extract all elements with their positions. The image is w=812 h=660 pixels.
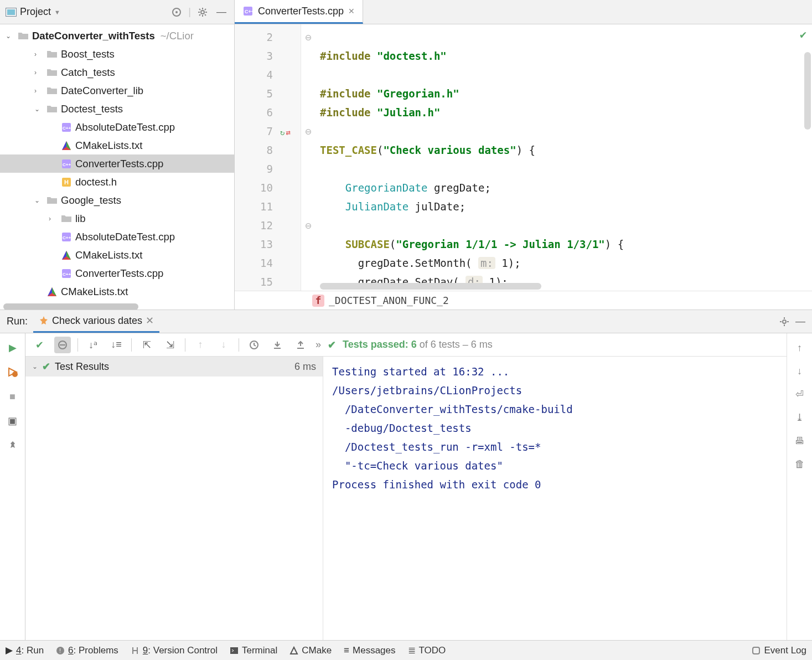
cpp-icon: C++ — [60, 268, 73, 279]
editor-horizontal-scrollbar[interactable] — [320, 283, 541, 290]
tree-item-label: DateConverter_lib — [61, 85, 143, 97]
scroll-up-button[interactable]: ↑ — [792, 340, 808, 355]
pin-button[interactable] — [5, 437, 20, 453]
folder-icon — [60, 213, 73, 224]
tree-item[interactable]: ›lib — [0, 209, 234, 228]
svg-text:C++: C++ — [63, 162, 71, 167]
svg-rect-23 — [230, 647, 238, 654]
rerun-button[interactable]: ▶ — [5, 340, 20, 355]
tree-item[interactable]: ›DateConverter_lib — [0, 81, 234, 100]
stop-button[interactable]: ■ — [5, 389, 20, 404]
chevron-down-icon[interactable]: ⌄ — [32, 363, 38, 370]
rerun-failed-button[interactable] — [5, 364, 20, 380]
run-config-tab[interactable]: Check various dates ✕ — [33, 310, 159, 333]
project-tree[interactable]: ⌄ DateConverter_withTests ~/CLior ›Boost… — [0, 24, 234, 310]
run-header-label: Run: — [7, 316, 28, 327]
print-button[interactable]: 🖶 — [792, 433, 808, 448]
history-button[interactable] — [246, 337, 262, 353]
tree-item[interactable]: ⌄Google_tests — [0, 191, 234, 209]
chevron-right-icon[interactable]: › — [34, 69, 43, 76]
test-results-label: Test Results — [55, 361, 109, 373]
statusbar-todo[interactable]: ≣ TODO — [408, 644, 446, 656]
horizontal-scrollbar[interactable] — [3, 303, 229, 310]
statusbar-terminal[interactable]: Terminal — [230, 645, 277, 656]
code-area[interactable]: #include "doctest.h" #include "Gregorian… — [316, 24, 812, 291]
tree-item[interactable]: C++AbsoluteDateTest.cpp — [0, 118, 234, 136]
tree-item-label: ConverterTests.cpp — [75, 158, 163, 170]
chevron-right-icon[interactable]: › — [34, 50, 43, 58]
tree-item[interactable]: C++ConverterTests.cpp — [0, 264, 234, 282]
scroll-to-end-button[interactable]: ⤓ — [792, 410, 808, 425]
run-console[interactable]: Testing started at 16:32 ... /Users/jetb… — [323, 357, 787, 640]
statusbar-run[interactable]: ▶ 4: Run — [6, 644, 44, 656]
cmake-icon — [60, 250, 73, 261]
tree-item[interactable]: ›Boost_tests — [0, 45, 234, 63]
editor-tab[interactable]: C++ ConverterTests.cpp ✕ — [235, 0, 363, 24]
cpp-icon: C++ — [60, 122, 73, 133]
prev-test-button[interactable]: ↑ — [192, 337, 209, 353]
show-ignored-button[interactable] — [54, 337, 71, 353]
close-run-tab-button[interactable]: ✕ — [146, 314, 154, 327]
run-gutter-icon[interactable]: ↻ — [280, 123, 285, 142]
soft-wrap-button[interactable]: ⏎ — [792, 386, 808, 402]
tree-item[interactable]: ⌄Doctest_tests — [0, 100, 234, 118]
editor-vertical-scrollbar[interactable] — [804, 52, 811, 130]
statusbar-messages[interactable]: ≡ Messages — [344, 645, 395, 656]
test-results-time: 6 ms — [294, 361, 316, 373]
locate-button[interactable] — [169, 5, 184, 19]
test-results-root[interactable]: ⌄ ✔ Test Results 6 ms — [25, 357, 323, 377]
scroll-down-button[interactable]: ↓ — [792, 363, 808, 379]
statusbar-eventlog[interactable]: Event Log — [752, 645, 806, 656]
function-badge-icon: f — [312, 295, 324, 307]
tree-item[interactable]: CMakeLists.txt — [0, 246, 234, 264]
tree-item[interactable]: ›Catch_tests — [0, 63, 234, 81]
show-passed-button[interactable]: ✔ — [31, 337, 48, 353]
dropdown-icon[interactable]: ▼ — [54, 9, 60, 16]
clear-button[interactable]: 🗑 — [792, 456, 808, 472]
chevron-down-icon[interactable]: ⌄ — [34, 105, 43, 113]
statusbar-vcs[interactable]: 9: Version Control — [131, 645, 218, 656]
tests-total-label: of 6 tests – 6 ms — [417, 339, 493, 350]
run-settings-button[interactable] — [779, 316, 790, 327]
editor-body[interactable]: 23456789101112131415↻⇄ ⊖⊖⊖ #include "doc… — [235, 24, 812, 291]
fold-gutter[interactable]: ⊖⊖⊖ — [301, 24, 316, 291]
chevron-right-icon[interactable]: › — [34, 87, 43, 95]
chevron-right-icon[interactable]: › — [49, 215, 58, 223]
import-button[interactable] — [269, 337, 286, 353]
tree-item-label: DateConverter_withTests — [32, 30, 155, 42]
layout-button[interactable]: ▣ — [5, 413, 20, 429]
chevron-down-icon[interactable]: ⌄ — [6, 32, 14, 40]
project-title[interactable]: Project — [20, 6, 51, 18]
tree-item-label: Google_tests — [61, 194, 121, 207]
test-results-tree[interactable]: ⌄ ✔ Test Results 6 ms — [25, 357, 323, 640]
tree-item-label: lib — [75, 213, 86, 225]
project-panel: Project ▼ | — ⌄ DateConverter_withTests … — [0, 0, 235, 310]
editor-breadcrumb[interactable]: f _DOCTEST_ANON_FUNC_2 — [235, 291, 812, 310]
sort-duration-button[interactable]: ↓≡ — [108, 337, 125, 353]
statusbar-problems[interactable]: ! 6: Problems — [56, 645, 118, 656]
folder-icon — [45, 67, 59, 78]
next-test-button[interactable]: ↓ — [215, 337, 232, 353]
statusbar-cmake[interactable]: CMake — [289, 645, 332, 656]
settings-button[interactable] — [195, 5, 210, 19]
sort-alpha-button[interactable]: ↓ᵃ — [85, 337, 101, 353]
tree-item[interactable]: Hdoctest.h — [0, 173, 234, 191]
expand-all-button[interactable]: ⇱ — [138, 337, 155, 353]
tests-passed-count: 6 — [411, 339, 417, 350]
minimize-button[interactable]: — — [214, 5, 229, 19]
tree-item[interactable]: CMakeLists.txt — [0, 282, 234, 301]
chevron-down-icon[interactable]: ⌄ — [34, 197, 43, 204]
tree-root[interactable]: ⌄ DateConverter_withTests ~/CLior — [0, 27, 234, 45]
tree-item[interactable]: CMakeLists.txt — [0, 136, 234, 154]
svg-text:C++: C++ — [245, 9, 254, 14]
tree-item[interactable]: C++ConverterTests.cpp — [0, 154, 234, 173]
tree-item-label: Doctest_tests — [61, 103, 123, 115]
collapse-all-button[interactable]: ⇲ — [162, 337, 178, 353]
export-button[interactable] — [292, 337, 309, 353]
hide-run-button[interactable]: — — [795, 316, 805, 327]
check-icon: ✔ — [42, 360, 50, 373]
tree-item[interactable]: C++AbsoluteDateTest.cpp — [0, 228, 234, 246]
cmake-icon — [60, 140, 73, 151]
tree-item-label: AbsoluteDateTest.cpp — [75, 121, 175, 133]
close-tab-button[interactable]: ✕ — [348, 7, 355, 16]
